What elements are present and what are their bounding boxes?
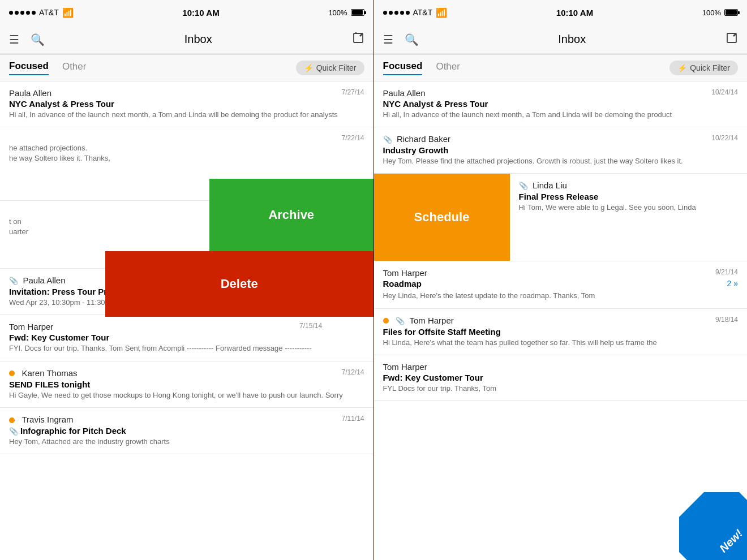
email-date-6: 7/12/14 [341,368,364,376]
email-item-6[interactable]: Karen Thomas 7/12/14 SEND FILES tonight … [0,361,374,408]
delete-action: Delete [105,251,374,317]
tab-focused-left[interactable]: Focused [9,61,49,75]
tabs-bar-left: Focused Other ⚡ Quick Filter [0,54,374,81]
battery-label-right: 100% [702,8,721,17]
carrier-label: AT&T [39,8,59,17]
status-right-left: AT&T 📶 [383,7,448,18]
email-preview-7: Hey Tom, Attached are the industry growt… [9,437,364,447]
email-item-r6[interactable]: Tom Harper Fwd: Key Customer Tour FYL Do… [374,355,748,401]
attachment-icon-r3: 📎 [519,182,528,190]
archive-label: Archive [268,208,314,222]
compose-icon[interactable] [352,32,364,47]
schedule-label: Schedule [414,210,470,225]
email-subject-r1: NYC Analyst & Press Tour [383,99,739,109]
toolbar-actions-right: ☰ 🔍 [383,33,419,46]
email-sender-1: Paula Allen [9,88,51,98]
email-content-r3: 📎 Linda Liu Final Press Release Hi Tom, … [510,174,748,261]
unread-dot-7 [9,417,15,423]
signal-icon-right [383,11,410,15]
email-preview-2: he attached projections.he way Soltero l… [9,143,364,163]
email-date-r4: 9/21/14 [715,268,738,276]
tab-focused-right[interactable]: Focused [383,61,423,75]
email-list-left: Paula Allen 7/27/14 NYC Analyst & Press … [0,81,374,560]
email-date-r1: 10/24/14 [711,88,738,96]
email-preview-5: FYI. Docs for our trip. Thanks, Tom Sent… [9,343,364,354]
carrier-label-right: AT&T [413,8,433,17]
unread-dot-6 [9,371,15,376]
email-preview-r2: Hey Tom. Please find the attached projec… [383,156,739,166]
email-item-r2[interactable]: 📎 Richard Baker 10/22/14 Industry Growth… [374,127,748,174]
search-icon[interactable]: 🔍 [31,33,45,46]
email-sender-7: Travis Ingram [22,415,73,424]
tabs-bar-right: Focused Other ⚡ Quick Filter [374,54,748,81]
email-preview-r6: FYL Docs for our trip. Thanks, Tom [383,384,739,394]
email-item-r5[interactable]: 📎 Tom Harper 9/18/14 Files for Offsite S… [374,309,748,355]
attachment-icon-r5: 📎 [396,317,405,325]
status-bar-left: AT&T 📶 10:10 AM 100% [0,0,374,25]
search-icon-right[interactable]: 🔍 [405,33,419,46]
menu-icon-right[interactable]: ☰ [383,33,393,46]
menu-icon[interactable]: ☰ [9,33,19,46]
status-left: AT&T 📶 [9,7,74,18]
signal-icon [9,11,36,15]
phone-right: AT&T 📶 10:10 AM 100% ☰ 🔍 Inbox Focused O… [374,0,748,560]
email-preview-r3: Hi Tom, We were able to g Legal. See you… [519,203,739,213]
new-badge-diamond [679,492,747,560]
status-right-right: 100% [702,8,738,17]
quick-filter-label-right: Quick Filter [690,63,730,72]
compose-icon-right[interactable] [725,32,738,47]
email-preview-1: Hi all, In advance of the launch next mo… [9,110,364,120]
email-item-r1[interactable]: Paula Allen 10/24/14 NYC Analyst & Press… [374,81,748,127]
quick-filter-btn-left[interactable]: ⚡ Quick Filter [296,61,364,75]
email-sender-r5: Tom Harper [409,316,453,325]
wifi-icon: 📶 [62,7,74,18]
email-subject-5: Fwd: Key Customer Tour [9,333,364,342]
email-list-right: Paula Allen 10/24/14 NYC Analyst & Press… [374,81,748,560]
email-preview-6: Hi Gayle, We need to get those mockups t… [9,390,364,400]
email-date-1: 7/27/14 [341,88,364,96]
toolbar-right: ☰ 🔍 Inbox [374,25,748,54]
battery-label: 100% [328,8,347,17]
quick-filter-label-left: Quick Filter [316,63,357,72]
wifi-icon-right: 📶 [436,7,447,18]
battery-icon [351,9,364,16]
attachment-icon-r2: 📎 [383,135,392,144]
inbox-title-left: Inbox [45,33,352,46]
quick-filter-btn-right[interactable]: ⚡ Quick Filter [669,61,738,75]
email-sender-r1: Paula Allen [383,88,426,98]
email-sender-r2: Richard Baker [397,134,450,144]
attachment-icon-7: 📎 [9,427,18,436]
email-subject-6: SEND FILES tonight [9,380,364,389]
new-badge-container: New! [679,492,747,560]
email-item-r4[interactable]: Tom Harper 9/21/14 Roadmap 2 » Hey Linda… [374,261,748,308]
status-right: 100% [328,8,364,17]
tab-other-right[interactable]: Other [436,61,460,75]
time-label-right: 10:10 AM [556,8,593,18]
delete-label: Delete [221,277,258,291]
archive-action: Archive [209,179,374,251]
toolbar-left: ☰ 🔍 Inbox [0,25,374,54]
email-subject-r6: Fwd: Key Customer Tour [383,373,739,382]
inbox-title-right: Inbox [419,33,726,46]
tab-other-left[interactable]: Other [62,61,87,75]
email-date-5: 7/15/14 [299,322,322,330]
lightning-icon-right: ⚡ [677,63,687,72]
email-preview-r1: Hi all, In advance of the launch next mo… [383,110,739,120]
email-item-7[interactable]: Travis Ingram 7/11/14 📎 Infographic for … [0,408,374,454]
email-subject-r2: Industry Growth [383,145,739,155]
email-date-r2: 10/22/14 [711,134,738,142]
thread-count-r4: 2 » [727,279,738,288]
email-preview-r5: Hi Linda, Here's what the team has pulle… [383,338,739,348]
attachment-icon-4: 📎 [9,277,18,285]
email-sender-r3: Linda Liu [533,180,567,190]
phone-left: AT&T 📶 10:10 AM 100% ☰ 🔍 Inbox Focused [0,0,374,560]
email-item-5[interactable]: Tom Harper 7/15/14 Fwd: Key Customer Tou… [0,315,374,361]
email-item-1[interactable]: Paula Allen 7/27/14 NYC Analyst & Press … [0,81,374,127]
email-sender-r4: Tom Harper [383,268,427,278]
email-subject-r4: Roadmap [383,279,422,288]
email-item-r3[interactable]: Schedule 📎 Linda Liu Final Press Release… [374,174,748,261]
email-sender-r6: Tom Harper [383,362,427,372]
lightning-icon: ⚡ [304,63,314,72]
email-date-7: 7/11/14 [341,415,364,423]
email-subject-1: NYC Analyst & Press Tour [9,99,364,109]
